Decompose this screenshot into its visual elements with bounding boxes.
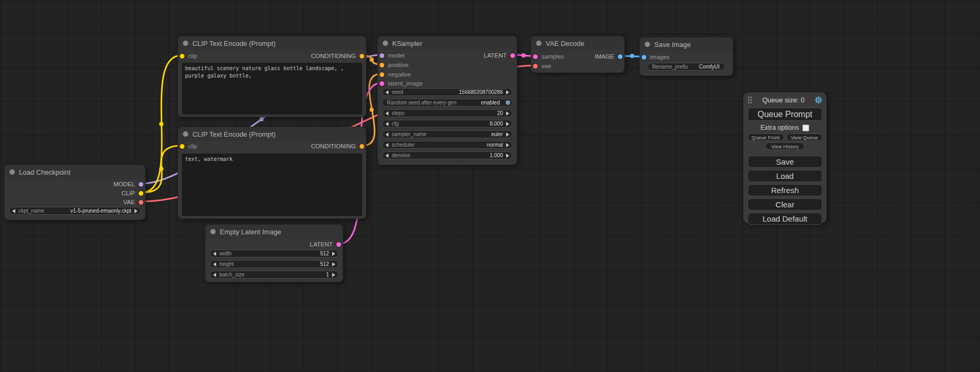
output-dot-latent[interactable] — [336, 242, 341, 247]
output-dot-vae[interactable] — [139, 200, 143, 205]
widget-height[interactable]: height 512 — [210, 260, 338, 268]
node-vae-decode[interactable]: VAE Decode samples vae IMAGE — [531, 36, 625, 73]
queue-front-button[interactable]: Queue Front — [748, 133, 784, 141]
node-clip-text-encode-positive[interactable]: CLIP Text Encode (Prompt) clip CONDITION… — [178, 36, 366, 117]
input-dot-latent-image[interactable] — [380, 81, 384, 86]
increment-arrow-icon[interactable] — [506, 122, 509, 126]
widget-sampler-name[interactable]: sampler_name euler — [382, 130, 512, 138]
widget-steps[interactable]: steps 20 — [382, 109, 512, 117]
input-dot-model[interactable] — [380, 53, 384, 58]
increment-arrow-icon[interactable] — [332, 252, 335, 256]
widget-ckpt-name[interactable]: ckpt_name v1-5-pruned-emaonly.ckpt — [9, 207, 141, 215]
collapse-dot-icon[interactable] — [210, 229, 216, 234]
widget-batch-size[interactable]: batch_size 1 — [210, 271, 338, 279]
collapse-dot-icon[interactable] — [183, 131, 188, 137]
node-title-bar[interactable]: KSampler — [378, 36, 517, 50]
node-title-bar[interactable]: CLIP Text Encode (Prompt) — [178, 127, 366, 141]
output-slot-clip[interactable]: CLIP — [121, 189, 143, 197]
input-dot-clip[interactable] — [180, 144, 185, 149]
decrement-arrow-icon[interactable] — [213, 273, 216, 277]
input-slot-clip[interactable]: clip — [180, 52, 197, 60]
view-queue-button[interactable]: View Queue — [787, 133, 823, 141]
collapse-dot-icon[interactable] — [9, 169, 15, 175]
output-slot-vae[interactable]: VAE — [123, 198, 143, 206]
increment-arrow-icon[interactable] — [506, 154, 509, 158]
output-dot-model[interactable] — [139, 182, 143, 187]
node-ksampler[interactable]: KSampler model positive negative latent_… — [377, 36, 517, 165]
toggle-knob[interactable] — [506, 100, 510, 105]
output-slot-latent[interactable]: LATENT — [310, 240, 341, 249]
input-slot-images[interactable]: images — [642, 53, 669, 61]
output-slot-conditioning[interactable]: CONDITIONING — [311, 142, 364, 150]
drag-handle-icon[interactable] — [748, 96, 752, 104]
node-clip-text-encode-negative[interactable]: CLIP Text Encode (Prompt) clip CONDITION… — [178, 127, 366, 219]
input-dot-samples[interactable] — [533, 54, 538, 59]
node-load-checkpoint[interactable]: Load Checkpoint MODEL CLIP VAE ckpt_name… — [4, 165, 145, 220]
widget-seed[interactable]: seed 156680208700286 — [382, 88, 512, 96]
decrement-arrow-icon[interactable] — [12, 209, 15, 213]
decrement-arrow-icon[interactable] — [213, 262, 216, 266]
prompt-textarea[interactable]: text, watermark — [182, 154, 362, 216]
widget-filename-prefix[interactable]: filename_prefix ComfyUI — [647, 63, 725, 71]
node-title-bar[interactable]: Empty Latent Image — [206, 225, 343, 239]
increment-arrow-icon[interactable] — [506, 90, 509, 94]
input-dot-positive[interactable] — [380, 63, 384, 68]
widget-width[interactable]: width 512 — [210, 250, 338, 257]
node-save-image[interactable]: Save Image images filename_prefix ComfyU… — [639, 37, 733, 76]
output-dot-latent[interactable] — [510, 53, 515, 58]
extra-options-checkbox[interactable] — [802, 125, 809, 131]
node-empty-latent-image[interactable]: Empty Latent Image LATENT width 512 heig… — [205, 224, 343, 282]
node-title-bar[interactable]: VAE Decode — [531, 36, 624, 50]
increment-arrow-icon[interactable] — [506, 143, 509, 147]
node-title-bar[interactable]: Load Checkpoint — [5, 165, 145, 179]
input-dot-vae[interactable] — [533, 64, 538, 69]
increment-arrow-icon[interactable] — [332, 273, 335, 277]
save-button[interactable]: Save — [748, 156, 822, 168]
increment-arrow-icon[interactable] — [134, 209, 138, 213]
decrement-arrow-icon[interactable] — [213, 252, 216, 256]
input-slot-vae[interactable]: vae — [533, 62, 551, 70]
load-default-button[interactable]: Load Default — [748, 213, 822, 225]
input-slot-clip[interactable]: clip — [180, 142, 197, 150]
view-history-button[interactable]: View History — [765, 142, 804, 150]
input-slot-negative[interactable]: negative — [380, 70, 411, 79]
input-slot-samples[interactable]: samples — [533, 52, 564, 61]
widget-cfg[interactable]: cfg 8.000 — [382, 120, 512, 128]
collapse-dot-icon[interactable] — [183, 41, 188, 46]
output-dot-clip[interactable] — [139, 191, 143, 196]
collapse-dot-icon[interactable] — [536, 41, 541, 46]
increment-arrow-icon[interactable] — [332, 262, 335, 266]
output-dot-conditioning[interactable] — [360, 144, 364, 149]
increment-arrow-icon[interactable] — [506, 111, 509, 116]
settings-gear-icon[interactable] — [814, 96, 822, 104]
collapse-dot-icon[interactable] — [645, 42, 650, 47]
input-slot-model[interactable]: model — [380, 51, 404, 60]
input-dot-images[interactable] — [642, 55, 646, 60]
decrement-arrow-icon[interactable] — [385, 132, 389, 137]
increment-arrow-icon[interactable] — [506, 132, 509, 137]
output-slot-latent[interactable]: LATENT — [484, 51, 515, 60]
clear-button[interactable]: Clear — [748, 198, 822, 211]
decrement-arrow-icon[interactable] — [385, 122, 389, 126]
output-slot-model[interactable]: MODEL — [113, 180, 143, 188]
node-graph-canvas[interactable]: Load Checkpoint MODEL CLIP VAE ckpt_name… — [0, 0, 980, 372]
input-slot-positive[interactable]: positive — [380, 61, 409, 69]
load-button[interactable]: Load — [748, 170, 822, 182]
widget-scheduler[interactable]: scheduler normal — [382, 141, 512, 149]
widget-random-seed-toggle[interactable]: Random seed after every gen enabled — [382, 99, 512, 107]
node-title-bar[interactable]: Save Image — [640, 37, 733, 51]
output-dot-image[interactable] — [618, 54, 623, 59]
decrement-arrow-icon[interactable] — [385, 111, 389, 116]
decrement-arrow-icon[interactable] — [385, 143, 389, 147]
decrement-arrow-icon[interactable] — [385, 154, 389, 158]
input-dot-negative[interactable] — [380, 72, 384, 77]
output-dot-conditioning[interactable] — [360, 54, 364, 59]
input-dot-clip[interactable] — [180, 54, 185, 59]
collapse-dot-icon[interactable] — [383, 41, 388, 46]
output-slot-conditioning[interactable]: CONDITIONING — [311, 52, 364, 60]
input-slot-latent-image[interactable]: latent_image — [380, 79, 423, 88]
output-slot-image[interactable]: IMAGE — [595, 52, 623, 61]
decrement-arrow-icon[interactable] — [385, 90, 389, 94]
prompt-textarea[interactable]: beautiful scenery nature glass bottle la… — [182, 63, 362, 115]
widget-denoise[interactable]: denoise 1.000 — [382, 151, 512, 159]
